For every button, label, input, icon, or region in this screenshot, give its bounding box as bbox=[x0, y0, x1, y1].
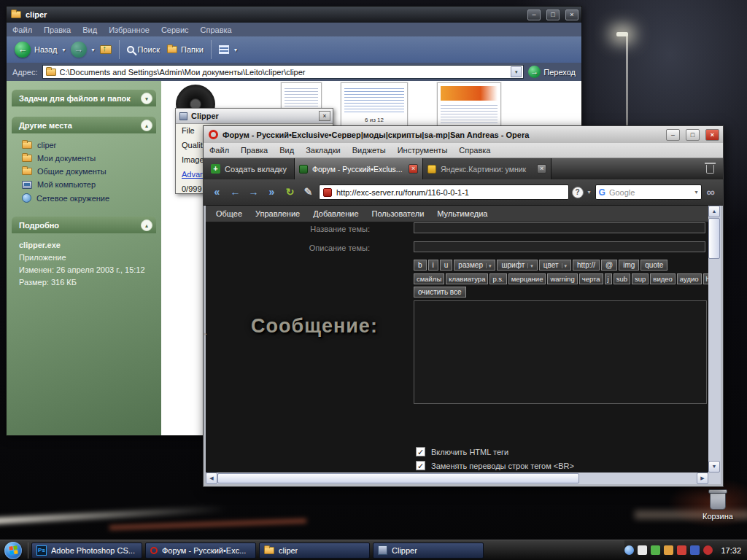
new-tab-button[interactable]: + Создать вкладку bbox=[204, 158, 295, 179]
minimize-button[interactable]: – bbox=[527, 9, 541, 20]
color-dropdown[interactable]: цвет bbox=[539, 260, 571, 271]
tray-icon[interactable] bbox=[677, 545, 686, 555]
taskbar-item-cliper-folder[interactable]: cliper bbox=[259, 542, 370, 559]
ps-button[interactable]: p.s. bbox=[489, 273, 506, 284]
tray-icon[interactable] bbox=[651, 545, 660, 555]
search-dropdown-icon[interactable]: ▾ bbox=[695, 189, 698, 195]
sup-button[interactable]: sup bbox=[632, 273, 649, 284]
scroll-up-icon[interactable]: ▲ bbox=[708, 206, 720, 217]
font-dropdown[interactable]: шрифт bbox=[497, 260, 537, 271]
tray-icon[interactable] bbox=[638, 545, 647, 555]
link-button[interactable]: http:// bbox=[573, 260, 600, 271]
sub-button[interactable]: sub bbox=[614, 273, 630, 284]
close-tab-icon[interactable]: × bbox=[409, 164, 418, 174]
menu-item-widgets[interactable]: Виджеты bbox=[347, 146, 392, 155]
forward-button[interactable]: → bbox=[246, 184, 261, 200]
menu-item-tools[interactable]: Инструменты bbox=[392, 146, 454, 155]
menu-item-help[interactable]: Справка bbox=[195, 26, 238, 34]
recycle-bin[interactable]: Корзина bbox=[684, 491, 747, 521]
img-button[interactable]: img bbox=[619, 260, 639, 271]
topic-desc-input[interactable] bbox=[414, 241, 705, 252]
tray-icon[interactable] bbox=[664, 545, 673, 555]
back-button[interactable]: ← Назад bbox=[11, 39, 61, 61]
horizontal-scrollbar[interactable]: ◀ ▶ bbox=[206, 472, 708, 484]
dialog-titlebar[interactable]: Clipper × bbox=[176, 109, 333, 124]
audio-button[interactable]: аудио bbox=[677, 273, 702, 284]
menu-item-favorites[interactable]: Избранное bbox=[103, 26, 155, 34]
address-dropdown-icon[interactable]: ▾ bbox=[587, 189, 592, 195]
go-button[interactable]: → Переход bbox=[528, 66, 576, 78]
menu-item-file[interactable]: Файл bbox=[204, 146, 235, 155]
keyboard-button[interactable]: клавиатура bbox=[446, 273, 488, 284]
search-input[interactable]: G Google ▾ bbox=[595, 184, 702, 200]
smilies-button[interactable]: смайлы bbox=[414, 273, 444, 284]
blink-button[interactable]: мерцание bbox=[508, 273, 546, 284]
menu-item-edit[interactable]: Правка bbox=[38, 26, 77, 34]
forum-nav-general[interactable]: Общее bbox=[209, 209, 249, 218]
vertical-scrollbar[interactable]: ▲ ▼ bbox=[708, 206, 721, 472]
menu-item-help[interactable]: Справка bbox=[453, 146, 496, 155]
tray-icon[interactable] bbox=[703, 545, 713, 555]
forum-nav-users[interactable]: Пользователи bbox=[365, 209, 431, 218]
chevron-up-icon[interactable]: ▴ bbox=[141, 219, 152, 231]
forum-nav-multimedia[interactable]: Мультимедиа bbox=[430, 209, 494, 218]
italic-button[interactable]: i bbox=[428, 260, 438, 271]
message-textarea[interactable] bbox=[414, 300, 707, 404]
sidebar-item-network[interactable]: Сетевое окружение bbox=[13, 191, 155, 205]
j-button[interactable]: j bbox=[605, 273, 612, 284]
menu-item-bookmarks[interactable]: Закладки bbox=[300, 146, 347, 155]
close-tab-icon[interactable]: × bbox=[537, 164, 546, 174]
strike-button[interactable]: черта bbox=[579, 273, 603, 284]
back-dropdown-icon[interactable]: ▾ bbox=[61, 47, 67, 53]
sidebar-section-details[interactable]: Подробно ▴ bbox=[12, 217, 156, 233]
back-button[interactable]: ← bbox=[228, 184, 243, 200]
tab-forum[interactable]: Форум - Русский•Exclus... × bbox=[295, 158, 423, 179]
menu-item-tools[interactable]: Сервис bbox=[155, 26, 195, 34]
up-button[interactable] bbox=[96, 39, 115, 61]
close-button[interactable]: × bbox=[565, 9, 578, 20]
email-button[interactable]: @ bbox=[601, 260, 617, 271]
url-input[interactable]: http://exc-server.ru/forum/116-0-0-1-1 bbox=[319, 184, 569, 200]
file-thumbnail[interactable]: 6 из 12 bbox=[341, 82, 408, 128]
hr-button[interactable]: hr bbox=[703, 273, 708, 284]
sidebar-item-my-computer[interactable]: Мой компьютер bbox=[13, 178, 155, 191]
tray-icon[interactable] bbox=[624, 545, 634, 555]
maximize-button[interactable]: □ bbox=[546, 9, 560, 20]
sidebar-section-places[interactable]: Другие места ▴ bbox=[12, 117, 156, 133]
sidebar-item-shared-documents[interactable]: Общие документы bbox=[13, 165, 155, 178]
file-thumbnail[interactable] bbox=[437, 82, 501, 128]
topic-title-input[interactable] bbox=[414, 222, 705, 233]
quote-button[interactable]: quote bbox=[640, 260, 667, 271]
sidebar-item-my-documents[interactable]: Мои документы bbox=[13, 152, 155, 165]
forward-dropdown-icon[interactable]: ▾ bbox=[90, 47, 96, 53]
address-input[interactable]: C:\Documents and Settings\Admin\Мои доку… bbox=[42, 65, 525, 79]
scroll-down-icon[interactable]: ▼ bbox=[708, 461, 720, 472]
clear-all-button[interactable]: очистить все bbox=[414, 287, 466, 298]
scrollbar-thumb[interactable] bbox=[217, 473, 579, 483]
explorer-titlebar[interactable]: cliper – □ × bbox=[7, 7, 581, 23]
opera-titlebar[interactable]: Форум - Русский•Exclusive•Сервер|моды|ск… bbox=[204, 126, 723, 143]
taskbar-item-opera[interactable]: Форум - Русский•Exc... bbox=[145, 542, 256, 559]
help-button[interactable]: ? bbox=[572, 187, 584, 198]
sidebar-item-cliper[interactable]: cliper bbox=[13, 139, 155, 152]
video-button[interactable]: видео bbox=[650, 273, 675, 284]
menu-item-file[interactable]: Файл bbox=[7, 26, 38, 34]
checkbox-checked[interactable]: ✓ bbox=[416, 447, 425, 456]
sidebar-section-tasks[interactable]: Задачи для файлов и папок ▾ bbox=[12, 90, 156, 106]
taskbar-item-photoshop[interactable]: Adobe Photoshop CS... bbox=[31, 542, 142, 559]
size-dropdown[interactable]: размер bbox=[454, 260, 495, 271]
find-icon[interactable]: ∞ bbox=[705, 186, 717, 199]
menu-item-view[interactable]: Вид bbox=[274, 146, 300, 155]
checkbox-checked[interactable]: ✓ bbox=[416, 461, 425, 470]
close-button[interactable]: × bbox=[319, 111, 330, 121]
rewind-button[interactable]: « bbox=[209, 184, 225, 200]
tab-yandex-images[interactable]: Яндекс.Картинки: умник × bbox=[423, 158, 551, 179]
close-button[interactable]: × bbox=[705, 129, 719, 141]
chevron-up-icon[interactable]: ▴ bbox=[141, 120, 152, 131]
search-button[interactable]: Поиск bbox=[123, 39, 163, 61]
underline-button[interactable]: u bbox=[440, 260, 453, 271]
menu-item-view[interactable]: Вид bbox=[77, 26, 103, 34]
forum-nav-management[interactable]: Управление bbox=[249, 209, 306, 218]
chevron-down-icon[interactable]: ▾ bbox=[141, 93, 152, 104]
scrollbar-thumb[interactable] bbox=[708, 218, 720, 259]
